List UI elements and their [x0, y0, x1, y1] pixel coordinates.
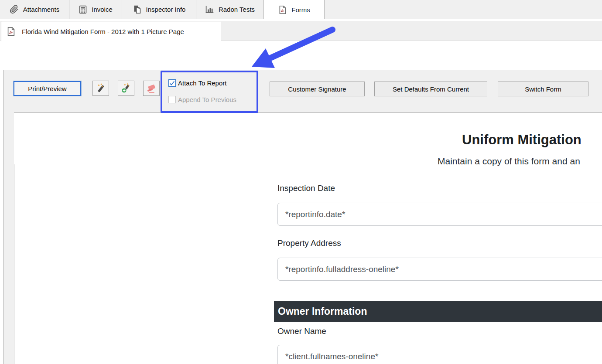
application-window: Attachments Invoice Inspector Info: [0, 0, 602, 364]
documents-icon: [133, 5, 142, 14]
print-preview-button[interactable]: Print/Preview: [14, 81, 81, 96]
owner-name-label: Owner Name: [277, 327, 326, 336]
checkbox-label: Append To Previous: [178, 96, 236, 103]
document-subtitle: Maintain a copy of this form and an: [438, 156, 580, 167]
tab-invoice[interactable]: Invoice: [69, 0, 122, 19]
form-tab-strip: Florida Wind Mitigation Form - 2012 with…: [0, 21, 602, 41]
tab-label: Invoice: [92, 6, 113, 13]
owner-information-section-header: Owner Information: [274, 301, 602, 322]
forms-toolbar-panel: Print/Preview: [3, 70, 602, 364]
property-address-label: Property Address: [277, 238, 341, 248]
tab-label: Attachments: [23, 6, 59, 13]
pdf-icon: [6, 27, 16, 36]
erase-button[interactable]: [143, 81, 160, 96]
tab-label: Inspector Info: [146, 6, 186, 13]
checkbox-checked-icon: [168, 79, 176, 87]
tab-forms[interactable]: Forms: [264, 0, 325, 19]
owner-name-input[interactable]: [277, 345, 602, 364]
bar-chart-icon: [205, 5, 214, 14]
subtab-florida-wind-mitigation[interactable]: Florida Wind Mitigation Form - 2012 with…: [1, 21, 221, 41]
window-edge-line: [2, 0, 2, 364]
inspection-date-input[interactable]: [277, 203, 602, 226]
magic-wand-add-icon: [120, 83, 132, 94]
magic-wand-icon: [95, 83, 106, 94]
calculator-icon: [79, 5, 87, 14]
main-tab-bar: Attachments Invoice Inspector Info: [0, 0, 602, 19]
auto-fill-wand-button[interactable]: [92, 81, 109, 96]
tab-label: Forms: [291, 6, 310, 14]
switch-form-button[interactable]: Switch Form: [498, 82, 588, 96]
append-to-previous-checkbox[interactable]: Append To Previous: [168, 96, 236, 103]
form-document-preview: Uniform Mitigation Maintain a copy of th…: [14, 112, 602, 364]
tab-radon-tests[interactable]: Radon Tests: [196, 0, 264, 19]
pdf-icon: [278, 5, 287, 14]
subtab-label: Florida Wind Mitigation Form - 2012 with…: [22, 28, 184, 35]
customer-signature-button[interactable]: Customer Signature: [270, 82, 365, 96]
tab-inspector-info[interactable]: Inspector Info: [122, 0, 196, 19]
checkbox-label: Attach To Report: [178, 79, 226, 87]
property-address-input[interactable]: [277, 258, 602, 281]
add-auto-fill-wand-button[interactable]: [118, 81, 134, 96]
paperclip-icon: [10, 5, 19, 14]
set-defaults-from-current-button[interactable]: Set Defaults From Current: [374, 82, 487, 96]
eraser-icon: [146, 83, 157, 94]
tab-attachments[interactable]: Attachments: [0, 0, 69, 19]
blue-highlight-box: [161, 71, 258, 113]
inspection-date-label: Inspection Date: [277, 184, 335, 193]
tab-label: Radon Tests: [219, 6, 255, 13]
attach-to-report-checkbox[interactable]: Attach To Report: [168, 79, 226, 87]
checkbox-unchecked-icon: [168, 96, 176, 103]
document-title: Uniform Mitigation: [462, 132, 581, 148]
